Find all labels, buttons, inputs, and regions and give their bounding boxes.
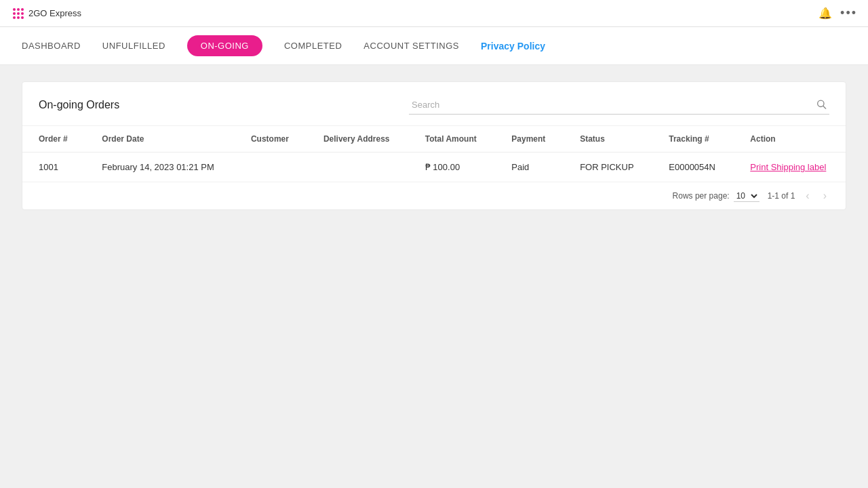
col-total-amount: Total Amount (409, 126, 496, 152)
cell-payment: Paid (495, 152, 564, 182)
next-page-button[interactable]: › (821, 189, 829, 203)
table-row: 1001 February 14, 2023 01:21 PM ₱ 100.00… (22, 152, 846, 182)
page-info: 1-1 of 1 (768, 191, 795, 201)
col-status: Status (564, 126, 652, 152)
cell-customer (235, 152, 307, 182)
cell-delivery-address (307, 152, 409, 182)
app-title: 2GO Express (28, 8, 81, 18)
search-input[interactable] (409, 96, 829, 115)
pagination-bar: Rows per page: 5 10 25 50 1-1 of 1 ‹ › (22, 182, 846, 209)
nav-privacy-policy[interactable]: Privacy Policy (481, 37, 545, 56)
prev-page-button[interactable]: ‹ (803, 189, 812, 203)
topbar: 2GO Express 🔔 ••• (0, 0, 868, 27)
nav-unfulfilled[interactable]: UNFULFILLED (102, 37, 165, 55)
search-button[interactable] (816, 99, 827, 112)
nav-completed[interactable]: COMPLETED (284, 37, 342, 55)
col-customer: Customer (235, 126, 307, 152)
app-brand: 2GO Express (11, 7, 81, 20)
orders-table: Order # Order Date Customer Delivery Add… (22, 126, 846, 182)
more-menu-icon[interactable]: ••• (840, 6, 857, 20)
nav-on-going[interactable]: ON-GOING (187, 35, 262, 56)
col-payment: Payment (495, 126, 564, 152)
rows-per-page-label: Rows per page: (673, 191, 730, 201)
main-content: On-going Orders Order # Order Date Custo… (0, 65, 868, 226)
nav-dashboard[interactable]: DASHBOARD (22, 37, 81, 55)
cell-order-date: February 14, 2023 01:21 PM (85, 152, 235, 182)
nav-account-settings[interactable]: ACCOUNT SETTINGS (363, 37, 459, 55)
topbar-actions: 🔔 ••• (818, 6, 857, 20)
print-shipping-label-button[interactable]: Print Shipping label (750, 162, 826, 172)
orders-card: On-going Orders Order # Order Date Custo… (22, 81, 846, 210)
app-logo (11, 7, 24, 20)
cell-total-amount: ₱ 100.00 (409, 152, 496, 182)
notification-icon[interactable]: 🔔 (818, 7, 832, 20)
cell-action: Print Shipping label (734, 152, 846, 182)
col-order-date: Order Date (85, 126, 235, 152)
page-title: On-going Orders (39, 99, 119, 111)
cell-tracking: E0000054N (652, 152, 734, 182)
cell-order-num: 1001 (22, 152, 85, 182)
col-tracking: Tracking # (652, 126, 734, 152)
col-order-num: Order # (22, 126, 85, 152)
rows-per-page-control: Rows per page: 5 10 25 50 (673, 190, 760, 202)
svg-line-1 (823, 106, 826, 109)
navbar: DASHBOARD UNFULFILLED ON-GOING COMPLETED… (0, 27, 868, 65)
col-action: Action (734, 126, 846, 152)
col-delivery-address: Delivery Address (307, 126, 409, 152)
cell-status: FOR PICKUP (564, 152, 652, 182)
search-wrapper (409, 96, 829, 115)
card-header: On-going Orders (22, 82, 846, 126)
table-header-row: Order # Order Date Customer Delivery Add… (22, 126, 846, 152)
rows-per-page-select[interactable]: 5 10 25 50 (734, 190, 760, 202)
